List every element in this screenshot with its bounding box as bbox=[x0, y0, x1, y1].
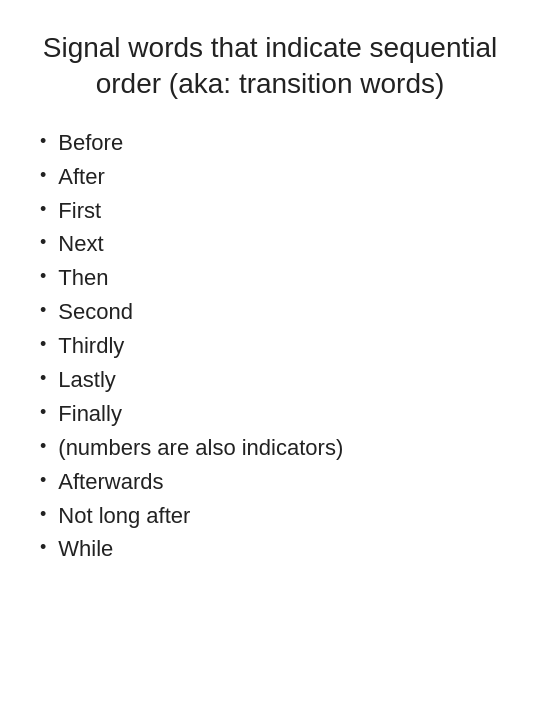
bullet-icon: • bbox=[40, 127, 46, 156]
bullet-icon: • bbox=[40, 195, 46, 224]
bullet-icon: • bbox=[40, 330, 46, 359]
list-item-label: Thirdly bbox=[58, 330, 124, 362]
bullet-icon: • bbox=[40, 228, 46, 257]
bullet-icon: • bbox=[40, 161, 46, 190]
signal-words-list: •Before•After•First•Next•Then•Second•Thi… bbox=[40, 127, 500, 568]
list-item: •Second bbox=[40, 296, 500, 328]
list-item: •After bbox=[40, 161, 500, 193]
list-item: •Not long after bbox=[40, 500, 500, 532]
bullet-icon: • bbox=[40, 398, 46, 427]
list-item-label: Lastly bbox=[58, 364, 115, 396]
list-item-label: While bbox=[58, 533, 113, 565]
list-item-label: First bbox=[58, 195, 101, 227]
bullet-icon: • bbox=[40, 432, 46, 461]
list-item-label: Not long after bbox=[58, 500, 190, 532]
list-item: •Next bbox=[40, 228, 500, 260]
page-title: Signal words that indicate sequential or… bbox=[40, 30, 500, 103]
list-item: •Before bbox=[40, 127, 500, 159]
bullet-icon: • bbox=[40, 533, 46, 562]
bullet-icon: • bbox=[40, 466, 46, 495]
list-item-label: Second bbox=[58, 296, 133, 328]
list-item: •While bbox=[40, 533, 500, 565]
list-item: •Lastly bbox=[40, 364, 500, 396]
list-item-label: Next bbox=[58, 228, 103, 260]
list-item-label: Finally bbox=[58, 398, 122, 430]
list-item-label: (numbers are also indicators) bbox=[58, 432, 343, 464]
bullet-icon: • bbox=[40, 296, 46, 325]
list-item: •Finally bbox=[40, 398, 500, 430]
list-item-label: Afterwards bbox=[58, 466, 163, 498]
list-item: •(numbers are also indicators) bbox=[40, 432, 500, 464]
list-item: •Afterwards bbox=[40, 466, 500, 498]
list-item-label: Then bbox=[58, 262, 108, 294]
list-item: •Then bbox=[40, 262, 500, 294]
list-item: •Thirdly bbox=[40, 330, 500, 362]
list-item-label: Before bbox=[58, 127, 123, 159]
bullet-icon: • bbox=[40, 500, 46, 529]
list-item: •First bbox=[40, 195, 500, 227]
list-item-label: After bbox=[58, 161, 104, 193]
bullet-icon: • bbox=[40, 262, 46, 291]
bullet-icon: • bbox=[40, 364, 46, 393]
